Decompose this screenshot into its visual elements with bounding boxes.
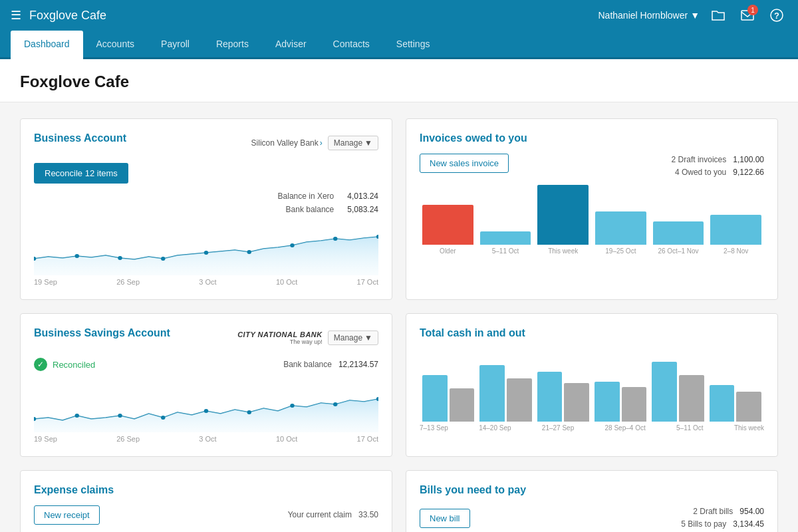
savings-account-header: Business Savings Account CITY NATIONAL B… bbox=[34, 327, 378, 348]
bar-5-11-oct: 5–11 Oct bbox=[480, 231, 531, 255]
svg-point-8 bbox=[247, 250, 251, 254]
cash-chart bbox=[420, 348, 764, 422]
cash-bar-21-27-sep bbox=[537, 372, 589, 422]
cash-bar-this-week bbox=[710, 385, 761, 422]
business-account-chart-labels: 19 Sep 26 Sep 3 Oct 10 Oct 17 Oct bbox=[34, 278, 378, 286]
bills-title: Bills you need to pay bbox=[420, 484, 764, 496]
invoices-title: Invoices owed to you bbox=[420, 132, 764, 144]
savings-chart-labels: 19 Sep 26 Sep 3 Oct 10 Oct 17 Oct bbox=[34, 435, 378, 443]
tab-accounts[interactable]: Accounts bbox=[83, 31, 148, 59]
bills-stats: 2 Draft bills 954.00 5 Bills to pay 3,13… bbox=[681, 505, 764, 531]
new-receipt-button[interactable]: New receipt bbox=[34, 505, 100, 525]
tab-reports[interactable]: Reports bbox=[203, 31, 262, 59]
reconcile-button[interactable]: Reconcile 12 items bbox=[34, 163, 128, 184]
bills-row: New bill 2 Draft bills 954.00 5 Bills to… bbox=[420, 505, 764, 531]
bar-26-oct-1-nov: 26 Oct–1 Nov bbox=[653, 221, 704, 255]
cash-bar-5-11-oct bbox=[652, 362, 704, 422]
savings-balance-label: Bank balance 12,2134.57 bbox=[283, 360, 378, 369]
new-bill-button[interactable]: New bill bbox=[420, 509, 470, 528]
savings-account-chart bbox=[34, 379, 378, 432]
bar-this-week: This week bbox=[537, 185, 589, 255]
city-national-bank-logo: CITY NATIONAL BANK The way up! bbox=[237, 331, 323, 345]
tab-contacts[interactable]: Contacts bbox=[320, 31, 383, 59]
savings-account-card: Business Savings Account CITY NATIONAL B… bbox=[20, 313, 392, 457]
page-header: Foxglove Cafe bbox=[0, 59, 798, 102]
chevron-down-icon: ▼ bbox=[364, 138, 372, 148]
reconciled-text: Reconciled bbox=[53, 360, 95, 370]
svg-point-18 bbox=[290, 404, 294, 408]
business-account-title: Business Account bbox=[34, 132, 126, 144]
svg-point-4 bbox=[75, 254, 79, 258]
check-circle-icon: ✓ bbox=[34, 358, 47, 371]
svg-text:?: ? bbox=[774, 11, 779, 21]
svg-point-6 bbox=[161, 257, 165, 261]
savings-manage-button[interactable]: Manage ▼ bbox=[328, 331, 378, 345]
bank-balance-row: Bank balance 5,083.24 bbox=[286, 205, 378, 214]
svg-point-10 bbox=[333, 237, 337, 241]
bar-older: Older bbox=[422, 205, 473, 255]
invoices-header: New sales invoice 2 Draft invoices 1,100… bbox=[420, 154, 764, 179]
top-bar-left: ☰ Foxglove Cafe bbox=[11, 8, 106, 23]
savings-account-title: Business Savings Account bbox=[34, 327, 170, 339]
app-title: Foxglove Cafe bbox=[29, 9, 106, 23]
invoice-stats: 2 Draft invoices 1,100.00 4 Owed to you … bbox=[672, 154, 764, 179]
new-sales-invoice-button[interactable]: New sales invoice bbox=[420, 154, 509, 173]
cash-bar-28-sep-4-oct bbox=[595, 382, 646, 422]
top-bar: ☰ Foxglove Cafe Nathaniel Hornblower ▼ 1… bbox=[0, 0, 798, 31]
bank-link-arrow: › bbox=[320, 138, 323, 148]
tab-payroll[interactable]: Payroll bbox=[148, 31, 203, 59]
xero-balance-row: Balance in Xero 4,013.24 bbox=[278, 192, 378, 201]
svg-point-19 bbox=[333, 402, 337, 406]
main-content: Business Account Silicon Valley Bank › M… bbox=[0, 102, 798, 532]
tab-adviser[interactable]: Adviser bbox=[262, 31, 320, 59]
svg-point-5 bbox=[118, 256, 122, 260]
tab-dashboard[interactable]: Dashboard bbox=[11, 31, 83, 59]
business-account-chart bbox=[34, 222, 378, 275]
nav-tabs: Dashboard Accounts Payroll Reports Advis… bbox=[0, 31, 798, 59]
reconciled-row: ✓ Reconciled Bank balance 12,2134.57 bbox=[34, 358, 378, 371]
dashboard-grid: Business Account Silicon Valley Bank › M… bbox=[20, 118, 778, 532]
svg-point-15 bbox=[161, 416, 165, 420]
chevron-down-icon: ▼ bbox=[690, 10, 700, 21]
svg-point-14 bbox=[118, 414, 122, 418]
svg-point-9 bbox=[290, 243, 294, 247]
folder-icon[interactable] bbox=[708, 5, 729, 26]
claim-info: Your current claim 33.50 bbox=[288, 508, 378, 523]
expense-claims-title: Expense claims bbox=[34, 484, 378, 496]
manage-button[interactable]: Manage ▼ bbox=[328, 136, 378, 150]
total-cash-card: Total cash in and out bbox=[406, 313, 778, 457]
cash-bar-14-20-sep bbox=[479, 365, 531, 422]
bank-name: Silicon Valley Bank › bbox=[251, 138, 323, 148]
chevron-down-icon: ▼ bbox=[364, 333, 372, 342]
business-account-card: Business Account Silicon Valley Bank › M… bbox=[20, 118, 392, 300]
bills-card: Bills you need to pay New bill 2 Draft b… bbox=[406, 470, 778, 532]
svg-point-16 bbox=[204, 409, 208, 413]
cash-chart-labels: 7–13 Sep 14–20 Sep 21–27 Sep 28 Sep–4 Oc… bbox=[420, 424, 764, 432]
svg-point-13 bbox=[75, 414, 79, 418]
user-menu[interactable]: Nathaniel Hornblower ▼ bbox=[598, 10, 700, 21]
hamburger-icon[interactable]: ☰ bbox=[11, 8, 21, 23]
cash-bar-7-13-sep bbox=[422, 375, 474, 422]
total-cash-title: Total cash in and out bbox=[420, 327, 764, 339]
mail-icon[interactable]: 1 bbox=[737, 5, 758, 26]
expense-claims-row: New receipt Your current claim 33.50 bbox=[34, 505, 378, 525]
business-account-header: Business Account Silicon Valley Bank › M… bbox=[34, 132, 378, 154]
top-bar-right: Nathaniel Hornblower ▼ 1 ? bbox=[598, 5, 788, 26]
page-title: Foxglove Cafe bbox=[20, 72, 778, 91]
svg-point-17 bbox=[247, 410, 251, 414]
bar-2-8-nov: 2–8 Nov bbox=[710, 215, 761, 255]
invoices-owed-card: Invoices owed to you New sales invoice 2… bbox=[406, 118, 778, 300]
notification-badge: 1 bbox=[747, 5, 758, 15]
invoices-bar-chart: Older 5–11 Oct This week 19–25 Oct 26 Oc… bbox=[420, 188, 764, 255]
svg-point-7 bbox=[204, 251, 208, 255]
help-icon[interactable]: ? bbox=[766, 5, 787, 26]
bar-19-25-oct: 19–25 Oct bbox=[595, 211, 646, 255]
expense-claims-card: Expense claims New receipt Your current … bbox=[20, 470, 392, 532]
tab-settings[interactable]: Settings bbox=[383, 31, 444, 59]
